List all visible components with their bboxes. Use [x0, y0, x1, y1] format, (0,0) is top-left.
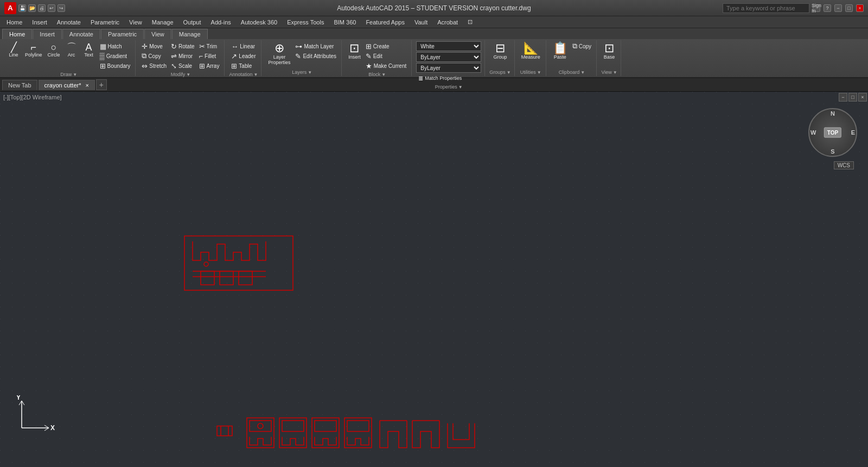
search-input[interactable] — [723, 3, 809, 13]
viewport-close-btn[interactable]: × — [858, 93, 867, 102]
block-create-btn[interactable]: ⊞ Create — [364, 41, 409, 51]
move-icon: ✛ — [142, 42, 148, 51]
draw-expand-icon[interactable]: ▼ — [73, 72, 77, 77]
paste-btn[interactable]: 📋 Paste — [551, 41, 570, 61]
menu-manage[interactable]: Manage — [148, 18, 178, 27]
modify-expand-icon[interactable]: ▼ — [186, 72, 190, 77]
view-expand-icon[interactable]: ▼ — [613, 70, 617, 75]
menu-vault[interactable]: Vault — [410, 18, 432, 27]
block-expand-icon[interactable]: ▼ — [381, 72, 386, 77]
menu-featuredapps[interactable]: Featured Apps — [361, 18, 409, 27]
ribbon-tab-insert[interactable]: Insert — [33, 29, 62, 39]
layers-expand-icon[interactable]: ▼ — [308, 70, 312, 75]
annot-leader-btn[interactable]: ↗ Leader — [229, 51, 257, 61]
group-btn[interactable]: ⊟ Group — [491, 41, 509, 61]
help-btn[interactable]: ? — [824, 4, 831, 12]
base-view-btn[interactable]: ⊡ Base — [601, 41, 617, 61]
menu-home[interactable]: Home — [2, 18, 27, 27]
modify-rotate-btn[interactable]: ↻ Rotate — [169, 41, 196, 51]
menu-bim360[interactable]: BIM 360 — [329, 18, 360, 27]
utilities-expand-icon[interactable]: ▼ — [537, 70, 541, 75]
color-dropdown[interactable]: White Red Blue Yellow ByLayer — [416, 41, 481, 51]
draw-circle-btn[interactable]: ○ Circle — [46, 41, 62, 59]
menu-overflow[interactable]: ⊡ — [463, 17, 477, 27]
compass-top-btn[interactable]: TOP — [824, 128, 841, 138]
match-properties-btn[interactable]: ≣ Match Properties — [416, 74, 464, 83]
draw-hatch-btn[interactable]: ▦ Hatch — [98, 41, 132, 51]
quick-access-print[interactable]: 🖨 — [38, 4, 46, 12]
menu-acrobat[interactable]: Acrobat — [433, 18, 462, 27]
layer-match-btn[interactable]: ⊶ Match Layer — [293, 41, 338, 51]
modify-copy-btn[interactable]: ⧉ Copy — [140, 51, 168, 61]
clipboard-copy-icon: ⧉ — [572, 42, 577, 51]
menu-output[interactable]: Output — [179, 18, 206, 27]
viewport[interactable]: [-][Top][2D Wireframe] — [0, 92, 868, 467]
quick-access-open[interactable]: 📂 — [28, 4, 36, 12]
measure-btn[interactable]: 📐 Measure — [519, 41, 542, 61]
close-btn[interactable]: × — [856, 4, 864, 12]
quick-access-save[interactable]: 💾 — [18, 4, 26, 12]
modify-stretch-btn[interactable]: ⇔ Stretch — [140, 61, 168, 71]
ribbon-tab-home[interactable]: Home — [2, 29, 32, 39]
add-tab-btn[interactable]: + — [96, 79, 107, 90]
modify-trim-btn[interactable]: ✂ Trim — [197, 41, 221, 51]
properties-expand-icon[interactable]: ▼ — [458, 85, 463, 90]
menu-annotate[interactable]: Annotate — [53, 18, 85, 27]
draw-extra-col: ▦ Hatch ▒ Gradient ⊞ Boundary — [98, 41, 132, 71]
clipboard-expand-icon[interactable]: ▼ — [580, 70, 585, 75]
modify-move-btn[interactable]: ✛ Move — [140, 41, 168, 51]
layer-edit-attrs-btn[interactable]: ✎ Edit Attributes — [293, 51, 338, 61]
layer-properties-btn[interactable]: ⊕ LayerProperties — [266, 41, 292, 67]
ribbon-tab-manage[interactable]: Manage — [172, 29, 208, 39]
linetype-dropdown[interactable]: ByLayer Continuous Dashed — [416, 52, 481, 62]
menu-autodesk360[interactable]: Autodesk 360 — [237, 18, 282, 27]
draw-gradient-btn[interactable]: ▒ Gradient — [98, 51, 132, 61]
quick-access-redo[interactable]: ↪ — [58, 4, 65, 12]
insert-block-icon: ⊡ — [349, 42, 359, 54]
groups-expand-icon[interactable]: ▼ — [507, 70, 511, 75]
linear-icon: ↔ — [231, 42, 238, 51]
ribbon-tab-view[interactable]: View — [144, 29, 171, 39]
ribbon-group-draw: ╱ Line ⌐ Polyline ○ Circle ⌒ Arc A — [2, 40, 136, 76]
compass-w-label: W — [810, 129, 816, 136]
modify-scale-btn[interactable]: ⤡ Scale — [169, 61, 196, 71]
annotation-expand-icon[interactable]: ▼ — [253, 72, 258, 77]
annot-linear-btn[interactable]: ↔ Linear — [229, 41, 257, 51]
ribbon-group-layers: ⊕ LayerProperties ⊶ Match Layer ✎ Edit A… — [263, 40, 342, 76]
restore-btn[interactable]: □ — [845, 4, 853, 12]
measure-icon: 📐 — [524, 42, 538, 54]
draw-text-btn[interactable]: A Text — [81, 41, 97, 59]
new-tab[interactable]: New Tab — [2, 80, 37, 90]
draw-polyline-btn[interactable]: ⌐ Polyline — [23, 41, 44, 59]
sign-in-btn[interactable]: Sign In — [813, 4, 820, 12]
clipboard-copy-btn[interactable]: ⧉ Copy — [571, 41, 593, 51]
viewport-restore-btn[interactable]: □ — [848, 93, 857, 102]
modify-mirror-btn[interactable]: ⇌ Mirror — [169, 51, 196, 61]
menu-view[interactable]: View — [125, 18, 146, 27]
ribbon-tab-parametric[interactable]: Parametric — [101, 29, 144, 39]
ribbon: Home Insert Annotate Parametric View Man… — [0, 28, 868, 78]
block-edit-btn[interactable]: ✎ Edit — [364, 51, 409, 61]
modify-array-btn[interactable]: ⊞ Array — [197, 61, 221, 71]
modify-fillet-btn[interactable]: ⌐ Fillet — [197, 51, 221, 61]
lineweight-dropdown[interactable]: ByLayer 0.25mm 0.50mm — [416, 63, 481, 73]
titlebar-left: A 💾 📂 🖨 ↩ ↪ — [4, 2, 65, 14]
match-properties-icon: ≣ — [418, 75, 423, 82]
draw-arc-btn[interactable]: ⌒ Arc — [63, 41, 80, 59]
menu-expresstools[interactable]: Express Tools — [283, 18, 328, 27]
annot-table-btn[interactable]: ⊞ Table — [229, 61, 257, 71]
menu-addins[interactable]: Add-ins — [207, 18, 235, 27]
draw-line-btn[interactable]: ╱ Line — [5, 41, 22, 59]
viewport-minimize-btn[interactable]: − — [839, 93, 847, 102]
ribbon-tab-annotate[interactable]: Annotate — [62, 29, 100, 39]
menu-insert[interactable]: Insert — [28, 18, 52, 27]
menu-parametric[interactable]: Parametric — [86, 18, 124, 27]
quick-access-undo[interactable]: ↩ — [48, 4, 55, 12]
active-file-tab[interactable]: crayon cutter* × — [39, 80, 95, 90]
block-makecurrent-btn[interactable]: ★ Make Current — [364, 61, 409, 71]
file-tab-close-icon[interactable]: × — [85, 82, 88, 89]
minimize-btn[interactable]: − — [834, 4, 842, 12]
block-insert-btn[interactable]: ⊡ Insert — [346, 41, 363, 61]
draw-boundary-btn[interactable]: ⊞ Boundary — [98, 61, 132, 71]
coord-system: Y X — [11, 395, 60, 434]
